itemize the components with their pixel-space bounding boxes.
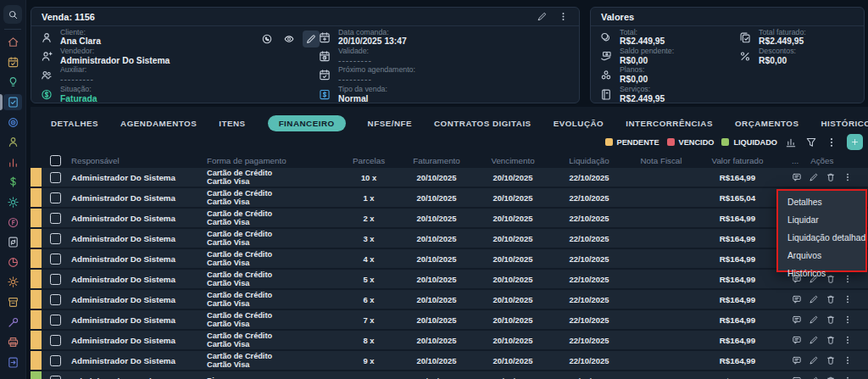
menu-item-hist-ricos[interactable]: Históricos [778,265,865,282]
table-row[interactable]: Administrador Do SistemaCartão de Crédit… [31,270,868,288]
row-checkbox[interactable] [50,335,61,346]
sidebar-item-finance[interactable] [0,172,25,192]
table-row[interactable]: Administrador Do SistemaCartão de Crédit… [31,290,868,309]
row-action-pencil-icon[interactable] [809,376,819,379]
sidebar-item-archive[interactable] [0,293,25,313]
row-action-comment-icon[interactable] [792,172,802,182]
sidebar-item-gear-orange[interactable] [0,272,25,293]
menu-item-liquida-o-detalhada[interactable]: Liquidação detalhada [778,229,865,247]
sidebar-item-home[interactable] [0,32,25,53]
row-action-kebab-icon[interactable] [843,376,853,379]
row-checkbox[interactable] [50,233,61,244]
table-row[interactable]: Administrador Do SistemaCartão de Crédit… [31,188,868,207]
sidebar-item-document-refresh[interactable] [0,232,25,253]
sidebar-item-wrench[interactable] [0,312,25,332]
cell-responsavel: Administrador Do Sistema [68,356,203,365]
table-row[interactable]: Administrador Do SistemaCartão de Crédit… [31,331,868,349]
row-action-pencil-icon[interactable] [809,172,819,182]
row-checkbox[interactable] [50,355,61,366]
calendar-check-icon [7,56,19,69]
row-action-comment-icon[interactable] [792,376,802,379]
row-action-trash-icon[interactable] [826,376,836,379]
tab-financeiro[interactable]: FINANCEIRO [268,115,346,131]
row-action-comment-icon[interactable] [792,335,802,345]
row-action-trash-icon[interactable] [826,355,836,365]
add-installment-button[interactable] [847,134,863,150]
cell-parcelas: 1 x [339,193,398,203]
row-action-kebab-icon[interactable] [843,294,853,304]
bar-chart-icon[interactable] [785,137,797,148]
sidebar-item-pie-chart[interactable] [0,253,25,273]
row-action-pencil-icon[interactable] [809,294,819,304]
tab-hist-ricos[interactable]: HISTÓRICOS [821,119,868,128]
sidebar-item-coin[interactable] [0,212,25,232]
sale-card-kebab-icon[interactable] [558,11,569,22]
legend-pendente: PENDENTE [605,138,659,147]
row-checkbox[interactable] [50,213,61,224]
table-row[interactable]: Administrador Do SistemaCartão de Crédit… [31,351,868,370]
funnel-icon[interactable] [805,137,817,148]
row-action-trash-icon[interactable] [826,315,836,325]
sidebar-item-search[interactable] [3,5,22,24]
tab-agendamentos[interactable]: AGENDAMENTOS [120,119,197,128]
tab-contratos-digitais[interactable]: CONTRATOS DIGITAIS [434,119,531,128]
row-action-kebab-icon[interactable] [843,315,853,325]
tab-or-amentos[interactable]: ORÇAMENTOS [735,119,799,128]
cell-valor-faturado: R$165,04 [695,193,780,203]
sidebar-item-chart[interactable] [0,153,25,173]
sidebar-divider [4,29,21,30]
table-row[interactable]: Administrador Do SistemaCartão de Crédit… [31,168,868,187]
table-row[interactable]: Administrador Do SistemaPix1 x20/10/2025… [31,371,868,379]
cell-forma-pagamento: Cartão de CréditoCartão Visa [203,270,339,288]
tab-evolu-o[interactable]: EVOLUÇÃO [554,119,604,128]
home-icon [7,36,19,48]
sidebar-item-printer[interactable] [0,332,25,353]
row-action-comment-icon[interactable] [792,294,802,304]
sidebar-item-document-export[interactable] [0,353,25,373]
select-all-checkbox[interactable] [50,155,61,166]
row-checkbox[interactable] [50,274,61,285]
table-row[interactable]: Administrador Do SistemaCartão de Crédit… [31,229,868,248]
row-action-trash-icon[interactable] [826,294,836,304]
menu-item-detalhes[interactable]: Detalhes [778,193,865,211]
sidebar-item-calendar[interactable] [0,53,25,73]
cell-liquidacao: 22/10/2025 [551,193,627,203]
row-action-trash-icon[interactable] [826,172,836,182]
table-row[interactable]: Administrador Do SistemaCartão de Crédit… [31,209,868,227]
sidebar-item-sales[interactable] [0,92,25,113]
sidebar-item-ideas[interactable] [0,72,25,92]
pie-chart-icon [7,256,19,269]
tab-itens[interactable]: ITENS [219,119,245,128]
row-action-trash-icon[interactable] [826,335,836,345]
table-row[interactable]: Administrador Do SistemaCartão de Crédit… [31,310,868,329]
row-action-kebab-icon[interactable] [843,172,853,182]
row-checkbox[interactable] [50,294,61,305]
row-checkbox[interactable] [50,376,61,379]
quick-pencil-icon[interactable] [303,31,320,47]
quick-eye-icon[interactable] [281,31,298,47]
menu-item-liquidar[interactable]: Liquidar [778,211,865,229]
sidebar-item-gear-teal[interactable] [0,192,25,213]
row-action-kebab-icon[interactable] [843,355,853,365]
menu-item-arquivos[interactable]: Arquivos [778,247,865,265]
row-action-pencil-icon[interactable] [809,355,819,365]
values-field: Saldo pendente:R$0,00 [599,47,738,65]
row-action-kebab-icon[interactable] [843,335,853,345]
tab-detalhes[interactable]: DETALHES [51,119,98,128]
quick-whatsapp-icon[interactable] [259,31,275,47]
row-checkbox[interactable] [50,254,61,265]
tab-intercorr-ncias[interactable]: INTERCORRÊNCIAS [626,119,713,128]
sidebar-item-person[interactable] [0,132,25,153]
row-action-pencil-icon[interactable] [809,335,819,345]
row-checkbox[interactable] [50,192,61,203]
row-checkbox[interactable] [50,172,61,183]
sidebar-item-target[interactable] [0,112,25,132]
tab-nfse-nfe[interactable]: NFSE/NFE [368,119,412,128]
row-action-pencil-icon[interactable] [809,315,819,325]
row-checkbox[interactable] [50,315,61,326]
sale-card-pencil-icon[interactable] [537,11,548,22]
table-row[interactable]: Administrador Do SistemaCartão de Crédit… [31,249,868,268]
kebab-icon[interactable] [826,137,837,148]
row-action-comment-icon[interactable] [792,315,802,325]
row-action-comment-icon[interactable] [792,355,802,365]
